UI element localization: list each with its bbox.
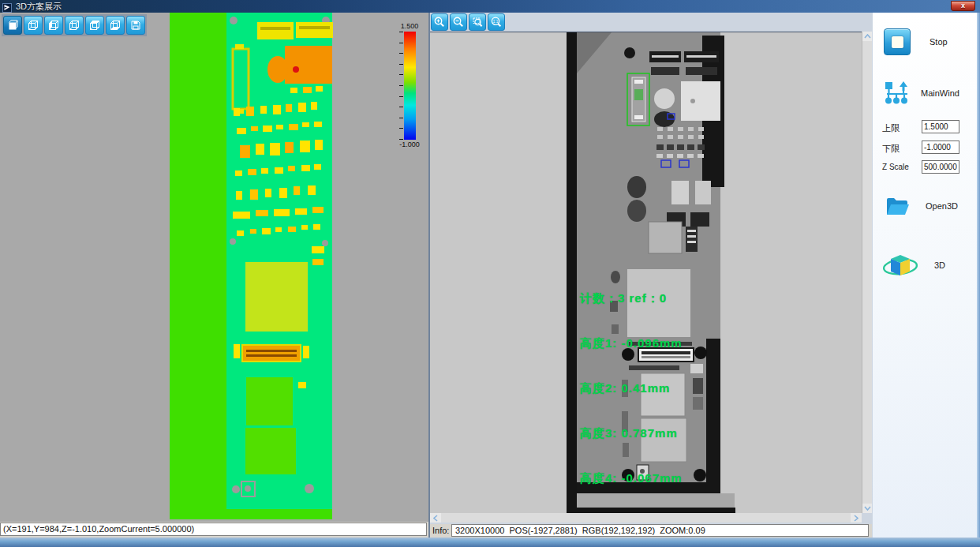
left-statusbar: (X=191,Y=984,Z=-1.010,ZoomCurrent=5.0000… <box>0 522 428 538</box>
folder-icon <box>885 194 910 218</box>
window-title: 3D方案展示 <box>16 1 62 13</box>
stop-button[interactable]: Stop <box>873 28 978 55</box>
cursor-status-text: (X=191,Y=984,Z=-1.010,ZoomCurrent=5.0000… <box>0 523 427 536</box>
annotation-height1: 高度1: -0.096mm <box>580 335 683 350</box>
stop-label: Stop <box>930 37 948 47</box>
measurement-annotations: 计数：3 ref：0 高度1: -0.096mm 高度2: 0.41mm 高度3… <box>580 260 683 513</box>
stop-icon <box>884 28 911 55</box>
open3d-button[interactable]: Open3D <box>873 194 978 218</box>
vertical-scrollbar[interactable] <box>862 32 872 513</box>
colorbar-max-label: 1.500 <box>393 22 426 31</box>
sidebar: Stop MainWind 上限 下限 Z Scale Open3D <box>872 13 977 538</box>
z-scale-row: Z Scale <box>873 160 978 174</box>
image-info-text: 3200X10000 POS(-1927,2881) RGB(192,192,1… <box>451 524 869 537</box>
view-3d-label: 3D <box>934 260 945 270</box>
scroll-right-icon[interactable] <box>851 513 862 523</box>
view-3d-button[interactable]: 3D <box>873 248 978 283</box>
grayscale-canvas[interactable]: 计数：3 ref：0 高度1: -0.096mm 高度2: 0.41mm 高度3… <box>430 32 862 513</box>
zoom-out-icon <box>452 16 465 28</box>
right-statusbar: Info: 3200X10000 POS(-1927,2881) RGB(192… <box>430 524 872 538</box>
window-frame-right <box>977 13 980 538</box>
colorbar-min-label: -1.000 <box>393 140 426 149</box>
flowchart-icon <box>884 81 911 106</box>
colorbar-ticks <box>399 32 403 140</box>
upper-limit-input[interactable] <box>922 120 959 133</box>
window-frame-bottom <box>0 538 980 547</box>
info-label: Info: <box>432 526 449 535</box>
upper-limit-label: 上限 <box>882 122 900 134</box>
zoom-1to1-button[interactable]: 1:1 <box>488 13 505 31</box>
annotation-count: 计数：3 ref：0 <box>580 290 683 305</box>
scroll-left-icon[interactable] <box>430 513 441 523</box>
zoom-out-button[interactable] <box>450 13 467 31</box>
view-cube-solid-button[interactable] <box>3 16 22 35</box>
titlebar: 3D方案展示 x <box>0 0 980 13</box>
close-button[interactable]: x <box>951 1 975 11</box>
view-toolbar <box>2 14 147 36</box>
annotation-height3: 高度3: 0.787mm <box>580 425 683 440</box>
cube-bottom-face-icon <box>109 19 122 32</box>
upper-limit-row: 上限 <box>873 120 978 134</box>
annotation-height4: 高度4: -0.067mm <box>580 470 683 485</box>
colorbar-gradient <box>404 32 416 140</box>
heightmap-canvas[interactable]: 1.500 -1.000 <box>0 13 428 522</box>
grayscale-panel: 1:1 <box>430 13 872 538</box>
zoom-toolbar: 1:1 <box>430 13 872 32</box>
mainwind-label: MainWind <box>921 88 959 98</box>
view-cube-bottom-button[interactable] <box>106 16 125 35</box>
zoom-in-button[interactable] <box>431 13 448 31</box>
cube-top-face-icon <box>88 19 101 32</box>
zoom-rect-button[interactable] <box>469 13 486 31</box>
open3d-label: Open3D <box>926 201 958 211</box>
app-logo-icon <box>2 2 12 11</box>
cube-left-face-icon <box>47 19 60 32</box>
z-scale-input[interactable] <box>922 160 959 174</box>
zoom-rect-icon <box>471 16 484 28</box>
lower-limit-input[interactable] <box>922 140 959 154</box>
heightmap-panel: 1.500 -1.000 (X=191,Y=984,Z=-1.010,ZoomC… <box>0 13 428 538</box>
cube-front-face-icon <box>68 19 80 32</box>
view-cube-left-button[interactable] <box>44 16 63 35</box>
save-button[interactable] <box>126 16 145 35</box>
view-cube-wireframe-button[interactable] <box>24 16 43 35</box>
z-scale-label: Z Scale <box>882 163 909 171</box>
view-cube-top-button[interactable] <box>85 16 104 35</box>
height-colorbar: 1.500 -1.000 <box>393 22 426 149</box>
lower-limit-row: 下限 <box>873 140 978 155</box>
lower-limit-label: 下限 <box>882 143 900 155</box>
cube-wireframe-icon <box>27 19 39 32</box>
cube-solid-icon <box>6 19 19 32</box>
heightmap-image <box>0 13 428 522</box>
annotation-height2: 高度2: 0.41mm <box>580 380 683 395</box>
zoom-1to1-icon: 1:1 <box>490 16 503 28</box>
save-icon <box>129 19 142 32</box>
mainwind-button[interactable]: MainWind <box>873 81 978 106</box>
view-cube-front-button[interactable] <box>65 16 84 35</box>
svg-text:1:1: 1:1 <box>493 20 499 24</box>
zoom-in-icon <box>433 16 446 28</box>
horizontal-scrollbar[interactable] <box>430 513 862 523</box>
cube-3d-orbit-icon <box>881 248 919 283</box>
